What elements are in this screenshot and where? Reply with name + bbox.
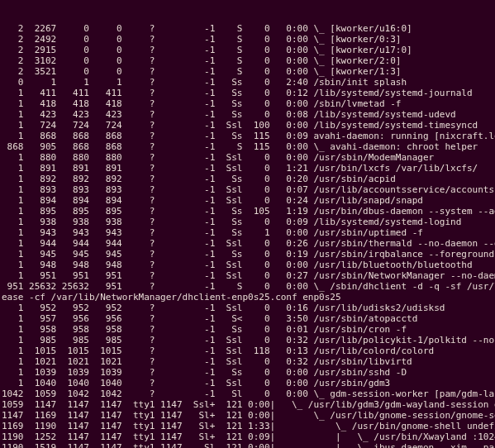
- process-row: 1 894 894 894 ? -1 Ssl 0 0:24 /usr/lib/s…: [2, 195, 495, 206]
- process-row: 1 1021 1021 1021 ? -1 Ssl 0 0:32 /usr/sb…: [2, 356, 495, 367]
- process-row: 868 905 868 868 ? -1 S 115 0:00 \_ avahi…: [2, 141, 495, 152]
- process-row: 1042 1059 1042 1042 ? -1 Sl 0 0:00 \_ gd…: [2, 388, 495, 399]
- process-row: 1 724 724 724 ? -1 Ssl 100 0:00 /lib/sys…: [2, 120, 495, 131]
- process-row: 1 411 411 411 ? -1 Ss 0 0:12 /lib/system…: [2, 88, 495, 98]
- process-row: 1 944 944 944 ? -1 Ssl 0 0:26 /usr/sbin/…: [2, 238, 495, 249]
- process-row: 1190 1252 1147 1147 tty1 1147 Sl+ 121 0:…: [2, 431, 495, 442]
- process-row: 0 1 1 1 ? -1 Ss 0 2:40 /sbin/init splash: [2, 77, 495, 88]
- process-row: 1 1015 1015 1015 ? -1 Ssl 118 0:13 /usr/…: [2, 346, 495, 356]
- process-row: 1 1039 1039 1039 ? -1 Ss 0 0:00 /usr/sbi…: [2, 367, 495, 378]
- process-row: 1 985 985 985 ? -1 Ssl 0 0:32 /usr/lib/p…: [2, 335, 495, 346]
- process-row: 1 958 958 958 ? -1 Ss 0 0:01 /usr/sbin/c…: [2, 324, 495, 335]
- process-row: 1 945 945 945 ? -1 Ss 0 0:19 /usr/sbin/i…: [2, 249, 495, 260]
- process-row: 1 423 423 423 ? -1 Ss 0 0:08 /lib/system…: [2, 109, 495, 120]
- process-row: 2 3521 0 0 ? -1 S 0 0:00 \_ [kworker/1:3…: [2, 66, 495, 77]
- process-row: 1 951 951 951 ? -1 Ssl 0 0:27 /usr/sbin/…: [2, 270, 495, 281]
- process-row: 1 943 943 943 ? -1 Ss 1 0:00 /usr/sbin/u…: [2, 227, 495, 238]
- process-row: 1 952 952 952 ? -1 Ssl 0 0:16 /usr/lib/u…: [2, 303, 495, 313]
- process-row: 1190 1519 1147 1147 tty1 1147 Sl 121 0:0…: [2, 442, 495, 448]
- process-row: 1 1040 1040 1040 ? -1 Ssl 0 0:00 /usr/sb…: [2, 378, 495, 388]
- process-row: 1 880 880 880 ? -1 Ssl 0 0:00 /usr/sbin/…: [2, 152, 495, 163]
- process-row: 1 938 938 938 ? -1 Ss 0 0:09 /lib/system…: [2, 217, 495, 227]
- process-row: 2 2915 0 0 ? -1 S 0 0:00 \_ [kworker/u17…: [2, 45, 495, 55]
- process-row: 2 2492 0 0 ? -1 S 0 0:00 \_ [kworker/0:3…: [2, 34, 495, 45]
- process-row: 1 948 948 948 ? -1 Ssl 0 0:00 /usr/lib/b…: [2, 260, 495, 270]
- terminal-output[interactable]: 2 2267 0 0 ? -1 S 0 0:00 \_ [kworker/u16…: [0, 0, 495, 448]
- process-row: ease -cf /var/lib/NetworkManager/dhclien…: [2, 292, 495, 303]
- process-row: 1 895 895 895 ? -1 Ss 105 1:19 /usr/bin/…: [2, 206, 495, 217]
- process-row: 2 3102 0 0 ? -1 S 0 0:00 \_ [kworker/2:0…: [2, 55, 495, 66]
- process-row: 1 868 868 868 ? -1 Ss 115 0:09 avahi-dae…: [2, 131, 495, 141]
- process-row: 1147 1169 1147 1147 tty1 1147 Sl+ 121 0:…: [2, 410, 495, 421]
- process-row: 2 2267 0 0 ? -1 S 0 0:00 \_ [kworker/u16…: [2, 23, 495, 34]
- process-row: 1 418 418 418 ? -1 Ss 0 0:00 /sbin/lvmet…: [2, 98, 495, 109]
- process-row: 1 957 956 956 ? -1 S< 0 3:50 /usr/sbin/a…: [2, 313, 495, 324]
- process-row: 951 25632 25632 951 ? -1 S 0 0:00 \_ /sb…: [2, 281, 495, 292]
- process-row: 1059 1147 1147 1147 tty1 1147 Ssl+ 121 0…: [2, 399, 495, 410]
- process-row: 1 893 893 893 ? -1 Ssl 0 0:07 /usr/lib/a…: [2, 184, 495, 195]
- process-row: 1169 1190 1147 1147 tty1 1147 Sl+ 121 1:…: [2, 421, 495, 431]
- process-row: 1 891 891 891 ? -1 Ssl 0 1:21 /usr/bin/l…: [2, 163, 495, 174]
- process-row: 1 892 892 892 ? -1 Ss 0 0:20 /usr/sbin/a…: [2, 174, 495, 184]
